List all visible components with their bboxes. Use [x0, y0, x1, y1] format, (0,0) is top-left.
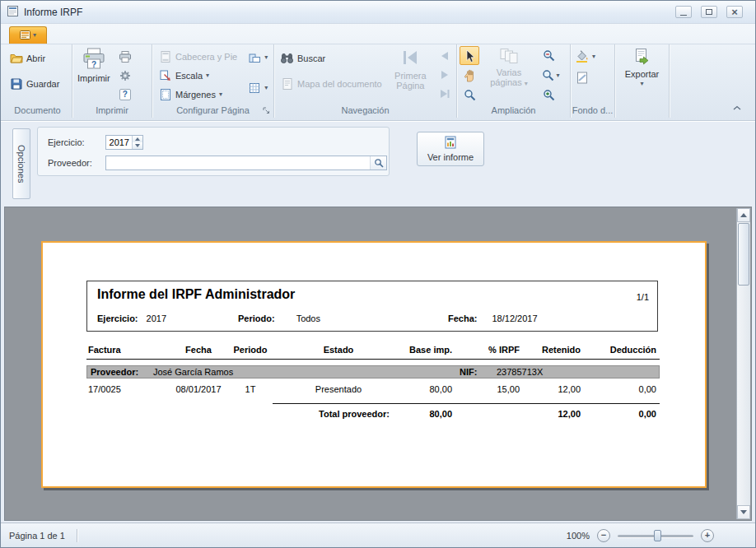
- chevron-up-icon: [733, 105, 741, 110]
- zoom-slider[interactable]: [618, 529, 693, 542]
- paper-size-icon: [247, 82, 261, 94]
- close-icon: ×: [731, 7, 738, 17]
- app-menu-icon: [20, 30, 30, 41]
- alejar-button[interactable]: [539, 46, 558, 65]
- preview-area: Informe del IRPF Administrador 1/1 Ejerc…: [1, 203, 755, 524]
- group-label-documento: Documento: [3, 105, 72, 118]
- ejercicio-label: Ejercicio:: [48, 137, 105, 147]
- proveedor-search-button[interactable]: [370, 156, 386, 170]
- scroll-down-button[interactable]: [737, 505, 750, 519]
- escala-label: Escala: [175, 71, 203, 81]
- group-label-navegacion: Navegación: [274, 105, 456, 118]
- first-page-icon: [400, 48, 420, 69]
- scale-icon: [158, 70, 172, 81]
- gear-icon: [119, 70, 131, 81]
- report-group-header: Proveedor: José García Ramos NIF: 237857…: [86, 365, 660, 378]
- multi-page-icon: [499, 48, 519, 66]
- escala-button[interactable]: Escala ▾: [155, 67, 240, 84]
- vertical-scrollbar[interactable]: [736, 208, 750, 519]
- options-panel: Opciones Ejercicio: Proveedor:: [1, 121, 755, 203]
- spin-up-button[interactable]: [133, 136, 142, 142]
- color-fondo-button[interactable]: ▾: [573, 48, 597, 65]
- zoom-out-button[interactable]: −: [597, 529, 610, 542]
- next-page-icon: [439, 69, 450, 81]
- opciones-impresion-button[interactable]: [116, 67, 134, 84]
- orientacion-button[interactable]: ▾: [245, 49, 269, 66]
- ultima-pagina-button: [436, 85, 454, 102]
- color-fondo-caret-icon: ▾: [592, 53, 595, 60]
- close-button[interactable]: ×: [726, 6, 743, 18]
- buscar-button[interactable]: Buscar: [277, 49, 329, 67]
- header-footer-icon: [158, 51, 172, 63]
- acercar-button[interactable]: [539, 86, 558, 104]
- proveedor-input[interactable]: [106, 156, 370, 170]
- maximize-icon: [706, 9, 712, 15]
- hand-tool-button[interactable]: [460, 66, 479, 85]
- options-fields-box: Ejercicio: Proveedor:: [37, 127, 390, 176]
- ejercicio-input[interactable]: [106, 136, 132, 149]
- guardar-button[interactable]: Guardar: [6, 75, 63, 92]
- imprimir-button[interactable]: ? Imprimir: [75, 46, 113, 104]
- zoom-in-icon: [543, 89, 555, 101]
- ribbon-collapse-button[interactable]: [730, 102, 744, 113]
- app-menu-button[interactable]: ▾: [9, 26, 47, 44]
- report-column-headers: Factura Fecha Periodo Estado Base imp. %…: [86, 345, 660, 360]
- group-label-ampliacion: Ampliación: [457, 105, 570, 118]
- zoom-out-icon: [543, 49, 555, 62]
- scroll-down-icon: [740, 510, 747, 514]
- fill-color-icon: [575, 50, 589, 63]
- proveedor-field[interactable]: [105, 156, 387, 170]
- scrollbar-thumb[interactable]: [738, 223, 749, 286]
- zoom-slider-thumb[interactable]: [654, 530, 661, 541]
- magnifier-tool-button[interactable]: [460, 86, 479, 104]
- minimize-button[interactable]: [675, 6, 692, 18]
- report-page-indicator: 1/1: [637, 292, 649, 302]
- ver-informe-button[interactable]: Ver informe: [417, 132, 484, 166]
- varias-paginas-button: Varias páginas ▾: [483, 46, 534, 104]
- export-icon: [632, 48, 651, 67]
- options-tab[interactable]: Opciones: [12, 128, 30, 199]
- svg-text:?: ?: [91, 60, 96, 69]
- zoom-button[interactable]: ▾: [539, 66, 563, 85]
- zoom-level: 100%: [567, 531, 590, 541]
- ribbon-group-documento: Abrir Guardar Documento: [3, 44, 72, 118]
- group-label-configurar-pagina: Configurar Página: [152, 105, 273, 118]
- impresion-rapida-button[interactable]: [116, 48, 134, 65]
- titlebar[interactable]: Informe IRPF ×: [1, 1, 755, 24]
- document-map-icon: [280, 78, 294, 90]
- abrir-button[interactable]: Abrir: [6, 49, 49, 67]
- orientacion-caret-icon: ▾: [264, 54, 268, 61]
- varias-caret-icon: ▾: [525, 80, 528, 87]
- magnifier-icon: [464, 89, 476, 101]
- statusbar: Página 1 de 1 100% − +: [1, 522, 755, 547]
- pointer-tool-button[interactable]: [460, 46, 479, 65]
- hand-icon: [464, 69, 476, 82]
- mapa-documento-button: Mapa del documento: [277, 75, 385, 92]
- marca-agua-button[interactable]: [573, 69, 590, 86]
- ayuda-button[interactable]: ?: [116, 86, 134, 103]
- app-menu-caret-icon: ▾: [33, 32, 36, 39]
- pagina-anterior-button: [436, 47, 454, 64]
- report-title: Informe del IRPF Administrador: [97, 287, 295, 302]
- zoom-in-button[interactable]: +: [701, 529, 714, 542]
- spin-up-icon: [135, 137, 140, 141]
- maximize-button[interactable]: [701, 6, 717, 18]
- open-folder-icon: [9, 53, 23, 63]
- report-page: Informe del IRPF Administrador 1/1 Ejerc…: [41, 241, 707, 488]
- proveedor-label: Proveedor:: [48, 158, 105, 168]
- exportar-button[interactable]: Exportar ▾: [623, 46, 662, 104]
- spin-down-button[interactable]: [133, 142, 142, 149]
- document-viewport[interactable]: Informe del IRPF Administrador 1/1 Ejerc…: [4, 207, 752, 521]
- tamano-papel-button[interactable]: ▾: [245, 79, 269, 96]
- ver-informe-label: Ver informe: [427, 152, 474, 162]
- buscar-label: Buscar: [297, 53, 325, 63]
- dialog-launcher-configurar-pagina[interactable]: [262, 106, 271, 115]
- statusbar-separator: [77, 529, 77, 542]
- margenes-button[interactable]: Márgenes ▾: [155, 86, 240, 103]
- scroll-up-icon: [740, 213, 747, 217]
- group-label-fondo: Fondo d...: [571, 105, 614, 118]
- ejercicio-spinner[interactable]: [105, 135, 143, 150]
- varias-paginas-label: Varias páginas: [490, 67, 522, 87]
- scroll-up-button[interactable]: [737, 208, 750, 222]
- zoom-caret-icon: ▾: [556, 72, 559, 79]
